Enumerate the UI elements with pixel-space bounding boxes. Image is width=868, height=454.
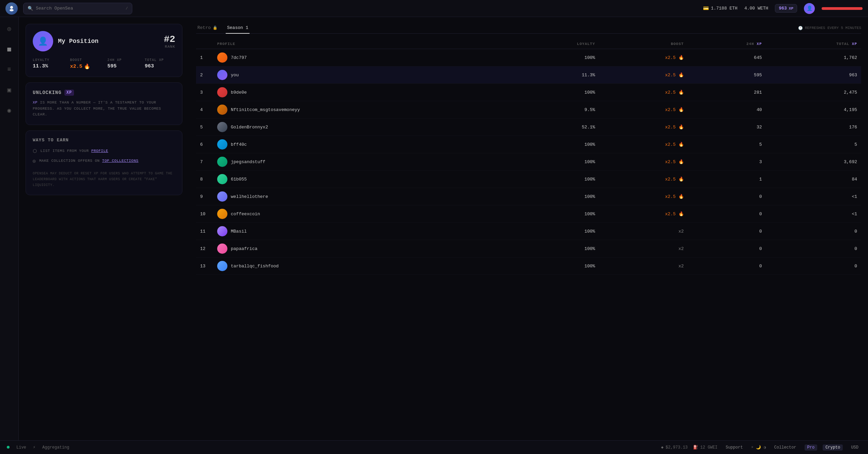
loyalty-cell: 9.5% — [512, 101, 599, 119]
username[interactable]: bff40c — [231, 142, 247, 147]
leaderboard-scroll[interactable]: PROFILE LOYALTY BOOST 24H XP TOTAL XP 1 … — [196, 39, 861, 435]
profile-cell[interactable]: you — [213, 66, 512, 84]
search-icon: 🔍 — [28, 6, 33, 11]
xp24h-cell: 281 — [688, 84, 766, 101]
sidebar-item-stats[interactable]: ▦ — [3, 43, 15, 55]
total-xp-cell: 0 — [766, 257, 861, 275]
username[interactable]: you — [231, 73, 239, 78]
total-xp-cell: 963 — [766, 66, 861, 84]
total-xp-cell: <1 — [766, 188, 861, 205]
sidebar-item-explore[interactable]: ◎ — [3, 22, 15, 35]
position-rank-area: #2 RANK — [164, 34, 175, 49]
boost-cell: x2.5 🔥 — [599, 171, 688, 188]
loyalty-cell: 100% — [512, 257, 599, 275]
sidebar-item-activity[interactable]: ≡ — [3, 63, 15, 76]
svg-point-0 — [10, 6, 13, 9]
username[interactable]: MBasil — [231, 229, 247, 234]
loyalty-cell: 100% — [512, 136, 599, 153]
table-row[interactable]: 5 GoldenBronnyx2 52.1% x2.5 🔥 32 176 — [196, 119, 861, 136]
avatar — [217, 261, 227, 271]
table-row[interactable]: 3 b9de0e 100% x2.5 🔥 281 2,475 — [196, 84, 861, 101]
username[interactable]: GoldenBronnyx2 — [231, 125, 268, 130]
svg-point-1 — [10, 9, 14, 11]
table-row[interactable]: 10 coffeexcoin 100% x2.5 🔥 0 <1 — [196, 205, 861, 223]
username[interactable]: jpegsandstuff — [231, 159, 265, 165]
usd-btn[interactable]: USD — [848, 444, 861, 451]
profile-cell[interactable]: b9de0e — [213, 84, 512, 101]
table-header: PROFILE LOYALTY BOOST 24H XP TOTAL XP — [196, 39, 861, 49]
logo[interactable] — [5, 2, 18, 15]
profile-cell[interactable]: papaafrica — [213, 240, 512, 257]
rank-cell: 12 — [196, 240, 213, 257]
table-row[interactable]: 11 MBasil 100% x2 0 0 — [196, 223, 861, 240]
rank-cell: 6 — [196, 136, 213, 153]
username[interactable]: Nftinitcom_msgtosavemoneyy — [231, 107, 300, 112]
search-input[interactable] — [36, 6, 123, 11]
total-xp-cell: 3,692 — [766, 153, 861, 171]
username[interactable]: 61b055 — [231, 177, 247, 182]
lock-icon: 🔒 — [213, 26, 218, 30]
refresh-note: 🕐 REFRESHES EVERY 5 MINUTES — [798, 26, 861, 30]
username[interactable]: b9de0e — [231, 90, 247, 95]
tab-season1[interactable]: Season 1 — [226, 22, 250, 34]
ways-disclaimer: OPENSEA MAY DEDUCT OR RESET XP FOR USERS… — [33, 171, 175, 188]
unlocking-title: UNLOCKING XP — [33, 90, 175, 96]
profile-cell[interactable]: coffeexcoin — [213, 205, 512, 223]
left-panel: 👤 My Position #2 RANK LOYALTY 11.3% BOOS… — [19, 17, 189, 440]
profile-cell[interactable]: 7dc797 — [213, 49, 512, 66]
pro-btn[interactable]: Pro — [805, 444, 818, 451]
right-panel: Retro 🔒 Season 1 🕐 REFRESHES EVERY 5 MIN… — [189, 17, 868, 440]
crypto-btn[interactable]: Crypto — [823, 444, 843, 451]
username[interactable]: 7dc797 — [231, 55, 247, 60]
boost-cell: x2 — [599, 257, 688, 275]
profile-cell[interactable]: Nftinitcom_msgtosavemoneyy — [213, 101, 512, 119]
user-avatar[interactable]: 👤 — [804, 3, 815, 14]
xp24h-cell: 1 — [688, 171, 766, 188]
sidebar-item-profile[interactable]: ◉ — [3, 104, 15, 116]
profile-cell[interactable]: tarballqc_fishfood — [213, 257, 512, 275]
username[interactable]: coffeexcoin — [231, 212, 260, 217]
profile-link[interactable]: PROFILE — [91, 149, 108, 153]
search-bar[interactable]: 🔍 / — [23, 3, 132, 14]
top-collections-link[interactable]: TOP COLLECTIONS — [102, 159, 139, 163]
username[interactable]: tarballqc_fishfood — [231, 264, 279, 269]
table-row[interactable]: 4 Nftinitcom_msgtosavemoneyy 9.5% x2.5 🔥… — [196, 101, 861, 119]
rank-cell: 13 — [196, 257, 213, 275]
my-position-card: 👤 My Position #2 RANK LOYALTY 11.3% BOOS… — [26, 24, 182, 77]
profile-cell[interactable]: GoldenBronnyx2 — [213, 119, 512, 136]
tab-retro[interactable]: Retro 🔒 — [196, 22, 219, 34]
sidebar-item-rankings[interactable]: ▣ — [3, 84, 15, 96]
support-btn[interactable]: Support — [723, 444, 745, 451]
boost-cell: x2.5 🔥 — [599, 49, 688, 66]
username[interactable]: wellhellothere — [231, 194, 268, 199]
live-dot — [7, 445, 10, 450]
table-row[interactable]: 9 wellhellothere 100% x2.5 🔥 0 <1 — [196, 188, 861, 205]
table-row[interactable]: 12 papaafrica 100% x2 0 0 — [196, 240, 861, 257]
profile-cell[interactable]: wellhellothere — [213, 188, 512, 205]
flame-icon: 🔥 — [84, 63, 90, 70]
loyalty-cell: 100% — [512, 153, 599, 171]
loyalty-cell: 100% — [512, 188, 599, 205]
table-row[interactable]: 1 7dc797 100% x2.5 🔥 645 1,762 — [196, 49, 861, 66]
table-row[interactable]: 7 jpegsandstuff 100% x2.5 🔥 3 3,692 — [196, 153, 861, 171]
profile-cell[interactable]: 61b055 — [213, 171, 512, 188]
table-row[interactable]: 6 bff40c 100% x2.5 🔥 5 5 — [196, 136, 861, 153]
total-xp-value: 963 — [145, 63, 176, 69]
offers-icon: ◎ — [33, 158, 36, 164]
total-xp-cell: 176 — [766, 119, 861, 136]
table-row[interactable]: 8 61b055 100% x2.5 🔥 1 84 — [196, 171, 861, 188]
position-stats: LOYALTY 11.3% BOOST x2.5 🔥 24H XP 595 TO… — [33, 58, 175, 70]
profile-cell[interactable]: jpegsandstuff — [213, 153, 512, 171]
weth-stat: 4.00 WETH — [744, 6, 768, 11]
boost-cell: x2.5 🔥 — [599, 119, 688, 136]
col-total-xp: TOTAL XP — [766, 39, 861, 49]
table-row[interactable]: 2 you 11.3% x2.5 🔥 595 963 — [196, 66, 861, 84]
clock-icon: 🕐 — [798, 26, 803, 30]
profile-cell[interactable]: MBasil — [213, 223, 512, 240]
collector-btn[interactable]: Collector — [772, 444, 799, 451]
xp-progress-bar — [822, 7, 863, 10]
table-row[interactable]: 13 tarballqc_fishfood 100% x2 0 0 — [196, 257, 861, 275]
username[interactable]: papaafrica — [231, 246, 257, 251]
profile-cell[interactable]: bff40c — [213, 136, 512, 153]
xp24h-cell: 0 — [688, 188, 766, 205]
